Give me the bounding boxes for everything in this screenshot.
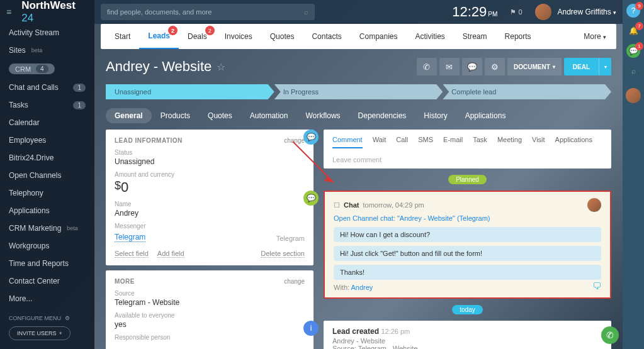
sidebar-item-employees[interactable]: Employees bbox=[0, 131, 94, 149]
right-rail: ?9 🔔7 💬1 ⌕ bbox=[623, 0, 644, 349]
message-icon[interactable]: 💬1 bbox=[626, 44, 640, 58]
help-icon[interactable]: ?9 bbox=[626, 4, 640, 18]
sidebar-item-marketing[interactable]: CRM Marketingbeta bbox=[0, 219, 94, 237]
user-name[interactable]: Andrew Griffiths ▾ bbox=[558, 8, 617, 16]
sidebar-item-crm[interactable]: CRM4 bbox=[0, 59, 94, 79]
sidebar-item-chat[interactable]: Chat and Calls1 bbox=[0, 79, 94, 96]
checkbox-icon[interactable]: ☐ bbox=[334, 201, 340, 209]
tab-activities[interactable]: Activities bbox=[407, 24, 454, 49]
clock: 12:29PM bbox=[452, 4, 497, 20]
subtab-general[interactable]: General bbox=[106, 108, 152, 123]
phone-icon-button[interactable]: ✆ bbox=[417, 58, 437, 75]
chat-with-link[interactable]: Andrey bbox=[351, 284, 373, 291]
bubble-icon[interactable]: 🗨 bbox=[592, 281, 601, 291]
chat-time: tomorrow, 04:29 pm bbox=[363, 201, 424, 209]
amount-value: $0 bbox=[115, 179, 305, 196]
sidebar-item-drive[interactable]: Bitrix24.Drive bbox=[0, 149, 94, 167]
act-comment[interactable]: Comment bbox=[332, 136, 363, 148]
subtab-applications[interactable]: Applications bbox=[456, 108, 515, 123]
select-field-link[interactable]: Select field bbox=[115, 250, 149, 258]
messenger-link[interactable]: Telegram bbox=[115, 233, 145, 242]
bell-icon[interactable]: 🔔7 bbox=[626, 24, 640, 38]
subtab-dependencies[interactable]: Dependencies bbox=[349, 108, 415, 123]
star-icon[interactable]: ☆ bbox=[217, 61, 225, 73]
sidebar-item-more[interactable]: More... bbox=[0, 290, 94, 307]
available-value: yes bbox=[115, 320, 305, 329]
card-title: LEAD INFORMATION bbox=[115, 137, 183, 144]
search-input[interactable]: find people, documents, and more⌕ bbox=[101, 4, 315, 20]
sidebar-item-activity[interactable]: Activity Stream bbox=[0, 24, 94, 42]
configure-menu[interactable]: CONFIGURE MENU ⚙ bbox=[0, 307, 94, 326]
act-meeting[interactable]: Meeting bbox=[497, 136, 522, 148]
change-link[interactable]: change bbox=[284, 278, 305, 285]
stage-complete[interactable]: Complete lead bbox=[443, 84, 611, 99]
stage-inprogress[interactable]: In Progress bbox=[274, 84, 443, 99]
search-rail-icon[interactable]: ⌕ bbox=[626, 64, 640, 78]
email-icon-button[interactable]: ✉ bbox=[439, 58, 460, 75]
act-call[interactable]: Call bbox=[396, 136, 408, 148]
main: find people, documents, and more⌕ 12:29P… bbox=[94, 0, 623, 349]
tab-stream[interactable]: Stream bbox=[454, 24, 496, 49]
deal-split-button[interactable]: ▾ bbox=[599, 58, 611, 75]
chevron-down-icon: ▾ bbox=[613, 9, 616, 16]
tab-more[interactable]: More ▾ bbox=[584, 32, 611, 41]
nav-tabs: Start Leads2 Deals2 Invoices Quotes Cont… bbox=[101, 24, 616, 49]
chat-icon-button[interactable]: 💬 bbox=[462, 58, 482, 75]
act-email[interactable]: E-mail bbox=[443, 136, 463, 148]
chat-message: Thanks! bbox=[334, 265, 601, 280]
change-link[interactable]: change bbox=[284, 137, 305, 144]
subtab-products[interactable]: Products bbox=[152, 108, 199, 123]
document-button[interactable]: DOCUMENT ▾ bbox=[507, 58, 562, 75]
comment-timeline-icon: 💬 bbox=[303, 130, 319, 145]
tab-leads[interactable]: Leads2 bbox=[139, 24, 179, 49]
subtab-quotes[interactable]: Quotes bbox=[199, 108, 241, 123]
sidebar-item-workgroups[interactable]: Workgroups bbox=[0, 237, 94, 255]
act-sms[interactable]: SMS bbox=[418, 136, 433, 148]
sidebar-item-time[interactable]: Time and Reports bbox=[0, 255, 94, 272]
tab-invoices[interactable]: Invoices bbox=[216, 24, 261, 49]
tab-start[interactable]: Start bbox=[106, 24, 139, 49]
subtab-history[interactable]: History bbox=[415, 108, 456, 123]
stage-unassigned[interactable]: Unassigned bbox=[106, 84, 274, 99]
comment-input[interactable]: Leave comment bbox=[332, 153, 602, 166]
tab-reports[interactable]: Reports bbox=[496, 24, 540, 49]
sidebar-item-sites[interactable]: Sitesbeta bbox=[0, 42, 94, 59]
chevron-down-icon: ▾ bbox=[604, 64, 607, 70]
add-field-link[interactable]: Add field bbox=[157, 250, 184, 258]
tab-companies[interactable]: Companies bbox=[351, 24, 407, 49]
gear-icon-button[interactable]: ⚙ bbox=[485, 58, 505, 75]
chat-channel-link[interactable]: Open Channel chat: "Andrey - Website" (T… bbox=[334, 214, 601, 222]
rail-avatar[interactable] bbox=[626, 88, 641, 103]
act-apps[interactable]: Applications bbox=[555, 136, 592, 148]
lead-created-name: Andrey - Website bbox=[332, 337, 602, 345]
phone-fab[interactable]: ✆ bbox=[601, 326, 619, 344]
field-label: Source bbox=[115, 290, 305, 297]
sidebar-item-tasks[interactable]: Tasks1 bbox=[0, 96, 94, 114]
sidebar-item-apps[interactable]: Applications bbox=[0, 202, 94, 219]
tab-quotes[interactable]: Quotes bbox=[261, 24, 303, 49]
chevron-down-icon: ▾ bbox=[553, 64, 555, 70]
sidebar-item-channels[interactable]: Open Channels bbox=[0, 167, 94, 184]
lead-created-source: Source: Telegram - Website bbox=[332, 345, 602, 349]
tab-contacts[interactable]: Contacts bbox=[303, 24, 350, 49]
chat-message: Hi! How can I get a discount? bbox=[334, 227, 601, 242]
sidebar-item-calendar[interactable]: Calendar bbox=[0, 114, 94, 131]
delete-section-link[interactable]: Delete section bbox=[261, 250, 305, 258]
flag-count[interactable]: ⚑ 0 bbox=[510, 8, 522, 16]
act-wait[interactable]: Wait bbox=[373, 136, 387, 148]
brand-logo: NorthWest 24 bbox=[21, 0, 84, 25]
subtab-workflows[interactable]: Workflows bbox=[297, 108, 349, 123]
gear-icon: ⚙ bbox=[65, 315, 70, 321]
act-visit[interactable]: Visit bbox=[532, 136, 545, 148]
sidebar-item-contact[interactable]: Contact Center bbox=[0, 272, 94, 290]
avatar[interactable] bbox=[535, 4, 551, 20]
field-label: Available to everyone bbox=[115, 312, 305, 319]
deal-button[interactable]: DEAL bbox=[564, 58, 599, 75]
invite-users-button[interactable]: INVITE USERS + bbox=[9, 326, 71, 340]
act-task[interactable]: Task bbox=[473, 136, 487, 148]
sidebar-item-telephony[interactable]: Telephony bbox=[0, 184, 94, 202]
status-value: Unassigned bbox=[115, 157, 305, 166]
subtab-automation[interactable]: Automation bbox=[241, 108, 297, 123]
menu-icon[interactable]: ≡ bbox=[6, 7, 11, 17]
tab-deals[interactable]: Deals2 bbox=[179, 24, 216, 49]
